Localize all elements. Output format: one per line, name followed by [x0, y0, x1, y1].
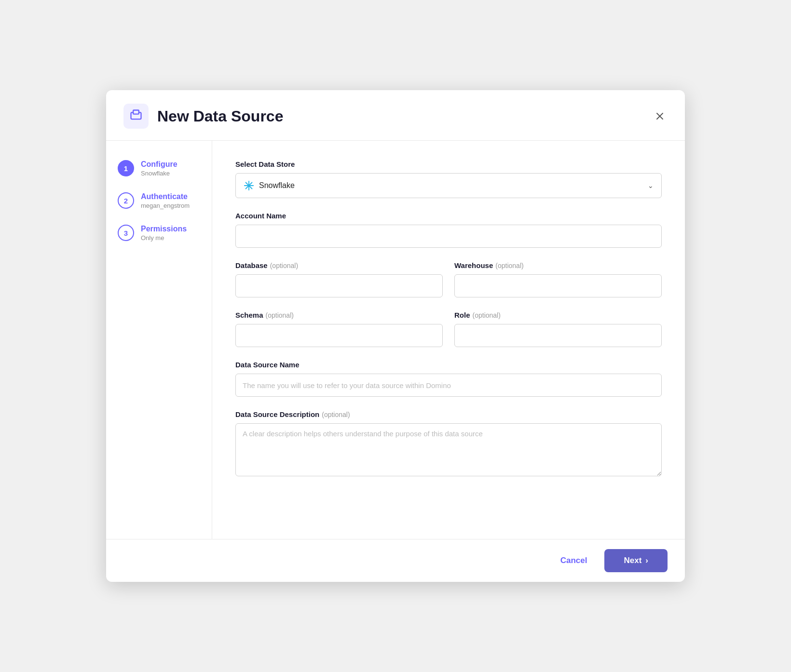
account-name-label: Account Name — [235, 212, 662, 220]
data-store-dropdown-wrap: Snowflake ⌄ — [235, 173, 662, 198]
step-1-name: Configure — [141, 160, 177, 169]
sidebar: 1 Configure Snowflake 2 Authenticate meg… — [106, 141, 212, 539]
warehouse-label: Warehouse — [454, 261, 493, 269]
select-data-store-label: Select Data Store — [235, 160, 662, 168]
selected-store-label: Snowflake — [259, 181, 643, 190]
data-source-description-group: Data Source Description (optional) — [235, 410, 662, 478]
modal-body: 1 Configure Snowflake 2 Authenticate meg… — [106, 141, 685, 539]
warehouse-optional-label: (optional) — [495, 262, 523, 269]
cancel-button[interactable]: Cancel — [551, 551, 597, 570]
next-arrow-icon: › — [645, 556, 648, 565]
schema-label: Schema — [235, 311, 263, 319]
data-store-dropdown[interactable]: Snowflake ⌄ — [235, 173, 662, 198]
modal-header: New Data Source — [106, 90, 685, 141]
role-input[interactable] — [454, 324, 662, 347]
snowflake-icon — [244, 180, 254, 191]
header-icon-wrap — [123, 104, 149, 129]
database-group: Database (optional) — [235, 261, 443, 297]
account-name-group: Account Name — [235, 212, 662, 248]
schema-group: Schema (optional) — [235, 311, 443, 347]
page-title: New Data Source — [157, 108, 643, 125]
step-1-circle: 1 — [118, 160, 134, 176]
step-3-permissions[interactable]: 3 Permissions Only me — [118, 225, 200, 242]
database-label: Database — [235, 261, 268, 269]
data-source-description-label: Data Source Description — [235, 410, 319, 418]
step-2-name: Authenticate — [141, 192, 190, 201]
form-content: Select Data Store Snowflake — [212, 141, 685, 539]
svg-point-7 — [248, 185, 250, 187]
step-3-sub: Only me — [141, 234, 187, 242]
select-data-store-group: Select Data Store Snowflake — [235, 160, 662, 198]
step-2-authenticate[interactable]: 2 Authenticate megan_engstrom — [118, 192, 200, 209]
schema-role-row: Schema (optional) Role (optional) — [235, 311, 662, 361]
warehouse-group: Warehouse (optional) — [454, 261, 662, 297]
schema-optional-label: (optional) — [266, 311, 294, 319]
database-optional-label: (optional) — [270, 262, 298, 269]
data-source-name-group: Data Source Name — [235, 361, 662, 397]
svg-rect-0 — [133, 110, 139, 114]
data-source-name-input[interactable] — [235, 374, 662, 397]
step-1-configure[interactable]: 1 Configure Snowflake — [118, 160, 200, 177]
step-2-sub: megan_engstrom — [141, 202, 190, 209]
schema-input[interactable] — [235, 324, 443, 347]
data-source-name-label: Data Source Name — [235, 361, 662, 369]
step-1-sub: Snowflake — [141, 170, 177, 177]
step-3-circle: 3 — [118, 225, 134, 241]
database-input[interactable] — [235, 274, 443, 297]
role-label: Role — [454, 311, 470, 319]
account-name-input[interactable] — [235, 225, 662, 248]
plug-icon — [129, 108, 143, 124]
close-button[interactable] — [652, 108, 668, 124]
next-button[interactable]: Next › — [604, 549, 668, 572]
step-2-circle: 2 — [118, 192, 134, 209]
data-source-description-textarea[interactable] — [235, 423, 662, 476]
warehouse-input[interactable] — [454, 274, 662, 297]
new-data-source-modal: New Data Source 1 Configure Snowflake — [106, 90, 685, 582]
step-3-name: Permissions — [141, 225, 187, 233]
modal-footer: Cancel Next › — [106, 539, 685, 582]
data-source-description-optional-label: (optional) — [322, 411, 350, 418]
database-warehouse-row: Database (optional) Warehouse (optional) — [235, 261, 662, 311]
role-optional-label: (optional) — [473, 311, 501, 319]
next-label: Next — [624, 556, 641, 565]
role-group: Role (optional) — [454, 311, 662, 347]
chevron-down-icon: ⌄ — [648, 182, 654, 189]
